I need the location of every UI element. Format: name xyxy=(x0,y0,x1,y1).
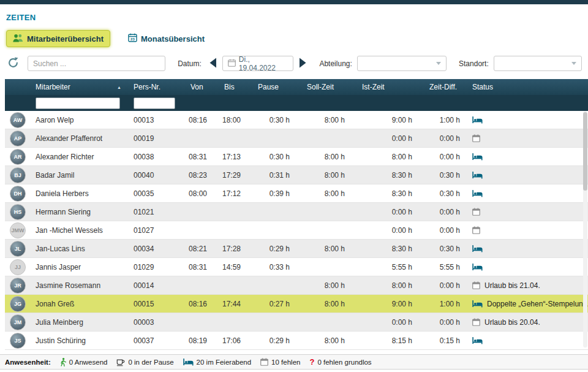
table-row[interactable]: JL Jan-Lucas Lins 00034 08:21 17:28 0:29… xyxy=(5,240,588,258)
column-header-pause[interactable]: Pause xyxy=(247,83,296,91)
table-row[interactable]: HS Hermann Siering 01021 0:00 h 0:00 h xyxy=(5,203,588,221)
feierabend-icon xyxy=(472,153,483,161)
table-row[interactable]: DH Daniela Herbers 00035 08:00 17:12 0:3… xyxy=(5,184,588,203)
status-cell xyxy=(466,134,588,142)
question-icon: ? xyxy=(309,357,314,366)
status-cell xyxy=(466,263,588,271)
time-ist: 8:30 h xyxy=(351,189,418,198)
top-window-bar xyxy=(0,0,588,4)
table-row[interactable]: AP Alexander Pfaffenrot 00019 0:00 h 0:0… xyxy=(5,129,588,148)
employee-name: Hermann Siering xyxy=(29,208,127,216)
column-header-sollzeit[interactable]: Soll-Zeit xyxy=(296,83,351,91)
avatar: JJ xyxy=(10,259,26,275)
column-header-mitarbeiter[interactable]: Mitarbeiter ▲ xyxy=(29,83,127,91)
footer-legend: 0 Anwesend 0 in der Pause 20 im Feierabe… xyxy=(60,357,372,366)
employee-persnr: 01021 xyxy=(127,208,179,216)
time-diff: 0:00 h xyxy=(418,153,466,161)
status-cell xyxy=(466,189,588,197)
table-row[interactable]: AW Aaron Welp 00013 08:16 18:00 0:30 h 8… xyxy=(5,111,588,129)
avatar: JL xyxy=(10,241,26,257)
avatar: JM xyxy=(10,314,26,330)
feierabend-icon xyxy=(472,336,483,344)
time-pause: 0:30 h xyxy=(247,153,296,161)
time-bis: 17:06 xyxy=(213,336,247,345)
presence-label: Anwesenheit: xyxy=(5,359,51,366)
status-cell xyxy=(466,245,588,252)
column-header-bis[interactable]: Bis xyxy=(213,83,247,91)
column-header-zeitdiff[interactable]: Zeit-Diff. xyxy=(418,83,466,91)
date-input[interactable]: Di., 19.04.2022 xyxy=(222,56,294,71)
employee-name: Alexander Pfaffenrot xyxy=(29,134,127,143)
table-row[interactable]: AR Alexander Richter 00038 08:31 17:13 0… xyxy=(5,148,588,166)
status-cell xyxy=(466,171,588,179)
table-row[interactable]: JMW Jan -Michel Wessels 01027 0:00 h 0:0… xyxy=(5,221,588,240)
filter-mitarbeiter-input[interactable] xyxy=(36,97,120,109)
time-pause: 0:29 h xyxy=(247,245,296,253)
tab-label: Mitarbeiterübersicht xyxy=(27,34,104,44)
location-select[interactable] xyxy=(494,56,582,71)
filter-persnr-input[interactable] xyxy=(134,97,175,109)
time-von: 08:23 xyxy=(179,171,213,180)
time-soll: 8:00 h xyxy=(296,300,351,308)
column-header-istzeit[interactable]: Ist-Zeit xyxy=(351,83,418,91)
time-bis: 14:59 xyxy=(213,263,247,271)
table-row[interactable]: JS Justin Schüring 00037 08:19 17:06 0:2… xyxy=(5,332,588,350)
scrollbar-thumb[interactable] xyxy=(583,112,587,191)
table-row[interactable]: JM Julia Meinberg 00003 0:00 h 0:00 h Ur… xyxy=(5,313,588,332)
previous-day-button[interactable] xyxy=(209,58,217,70)
time-ist: 8:00 h xyxy=(351,153,418,161)
feierabend-icon xyxy=(472,245,483,252)
employee-name: Jasmine Rosemann xyxy=(29,281,127,290)
legend-item: 0 in der Pause xyxy=(116,358,173,366)
time-bis: 17:29 xyxy=(213,171,247,180)
calendar-icon xyxy=(228,59,236,69)
feierabend-icon xyxy=(472,189,483,197)
time-soll: 8:00 h xyxy=(296,116,351,124)
next-day-button[interactable] xyxy=(299,58,307,70)
employee-name: Jannis Jasper xyxy=(29,263,127,271)
chevron-down-icon xyxy=(571,62,576,65)
time-von: 08:31 xyxy=(179,263,213,271)
time-pause: 0:39 h xyxy=(247,189,296,198)
department-select[interactable] xyxy=(357,56,447,71)
employee-persnr: 00015 xyxy=(127,300,179,308)
time-bis: 18:00 xyxy=(213,116,247,124)
tab-monatsuebersicht[interactable]: 23 Monatsübersicht xyxy=(121,30,211,47)
column-label: Mitarbeiter xyxy=(36,83,70,91)
tab-mitarbeiteruebersicht[interactable]: Mitarbeiterübersicht xyxy=(6,30,110,47)
table-row[interactable]: JG Jonah Greß 00015 08:16 17:44 0:27 h 8… xyxy=(5,295,588,313)
calendar-icon xyxy=(260,358,268,366)
presence-statusbar: Anwesenheit: 0 Anwesend 0 in der Pause 2… xyxy=(0,354,588,370)
employee-persnr: 00034 xyxy=(127,245,179,253)
legend-item: 0 Anwesend xyxy=(60,358,108,366)
time-pause: 0:29 h xyxy=(247,336,296,345)
time-diff: 0:00 h xyxy=(418,226,466,235)
legend-text: 0 fehlen grundlos xyxy=(317,359,371,366)
column-header-persnr[interactable]: Pers-Nr. xyxy=(127,83,179,91)
time-diff: 1:00 h xyxy=(418,300,466,308)
time-ist: 0:00 h xyxy=(351,208,418,216)
status-cell xyxy=(466,226,588,234)
present-icon xyxy=(60,358,66,366)
table-row[interactable]: JR Jasmine Rosemann 00014 8:00 h 8:00 h … xyxy=(5,276,588,295)
status-text: Urlaub bis 21.04. xyxy=(484,281,540,290)
search-input[interactable] xyxy=(28,56,165,71)
employee-name: Julia Meinberg xyxy=(29,318,127,327)
column-header-status[interactable]: Status xyxy=(466,83,588,91)
refresh-button[interactable] xyxy=(7,57,19,70)
time-diff: 5:55 h xyxy=(418,263,466,271)
legend-text: 0 in der Pause xyxy=(128,359,173,366)
table-row[interactable]: JJ Jannis Jasper 01029 08:31 14:59 0:33 … xyxy=(5,258,588,276)
avatar: HS xyxy=(10,204,26,220)
legend-text: 20 im Feierabend xyxy=(197,359,252,366)
vertical-scrollbar[interactable] xyxy=(583,111,587,347)
employee-table: Mitarbeiter ▲ Pers-Nr. Von Bis Pause Sol… xyxy=(5,79,588,350)
table-header: Mitarbeiter ▲ Pers-Nr. Von Bis Pause Sol… xyxy=(5,79,588,95)
calendar-icon xyxy=(472,281,480,289)
employee-name: Justin Schüring xyxy=(29,336,127,345)
table-row[interactable]: BJ Badar Jamil 00040 08:23 17:29 0:31 h … xyxy=(5,166,588,184)
column-header-von[interactable]: Von xyxy=(179,83,213,91)
status-text: Urlaub bis 20.04. xyxy=(484,318,540,327)
time-diff: 0:30 h xyxy=(418,189,466,198)
chevron-down-icon xyxy=(436,62,441,65)
